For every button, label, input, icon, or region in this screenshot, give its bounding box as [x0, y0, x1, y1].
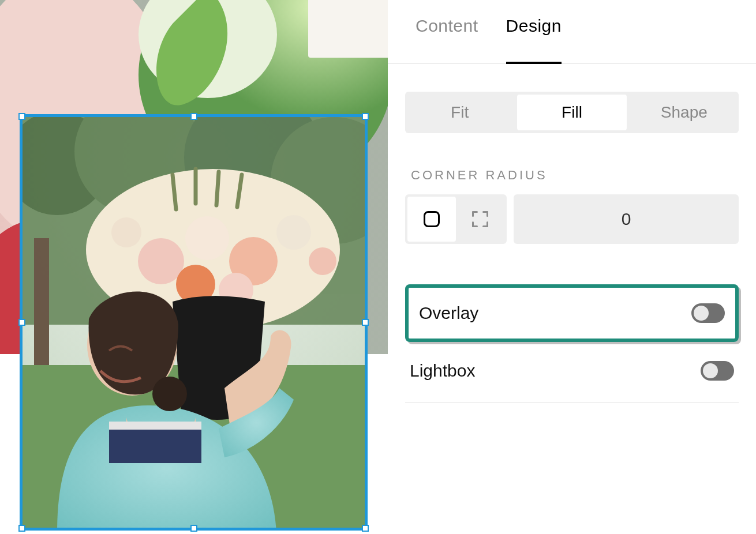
- corner-radius-independent[interactable]: [456, 197, 504, 242]
- lightbox-row: Lightbox: [405, 345, 739, 396]
- fit-mode-fill[interactable]: Fill: [517, 95, 626, 130]
- resize-handle-top-right[interactable]: [362, 113, 369, 120]
- editor-canvas[interactable]: [0, 0, 388, 534]
- svg-rect-26: [109, 422, 201, 430]
- svg-rect-25: [109, 428, 201, 463]
- corner-radius-value[interactable]: 0: [514, 194, 739, 244]
- overlay-toggle[interactable]: [691, 303, 725, 323]
- tab-design[interactable]: Design: [506, 16, 562, 63]
- resize-handle-top-middle[interactable]: [190, 113, 197, 120]
- corner-radius-label: Corner Radius: [411, 168, 739, 183]
- overlay-row: Overlay: [414, 288, 729, 339]
- section-divider: [405, 402, 739, 403]
- corner-radius-linked[interactable]: [407, 197, 456, 242]
- tab-content[interactable]: Content: [416, 16, 478, 63]
- overlay-label: Overlay: [419, 303, 478, 323]
- resize-handle-bottom-left[interactable]: [18, 525, 25, 532]
- fit-mode-fit[interactable]: Fit: [405, 92, 514, 133]
- independent-corners-icon: [472, 211, 488, 227]
- corner-radius-mode: [405, 194, 507, 244]
- overlay-highlight: Overlay: [405, 284, 739, 342]
- resize-handle-bottom-right[interactable]: [362, 525, 369, 532]
- resize-handle-middle-left[interactable]: [18, 319, 25, 326]
- resize-handle-top-left[interactable]: [18, 113, 25, 120]
- canvas-card: [308, 0, 388, 58]
- lightbox-toggle[interactable]: [701, 361, 734, 381]
- fit-mode-shape[interactable]: Shape: [630, 92, 739, 133]
- design-panel: Content Design Fit Fill Shape Corner Rad…: [388, 0, 756, 534]
- rounded-square-icon: [424, 211, 440, 227]
- svg-rect-13: [23, 365, 365, 528]
- panel-tabs: Content Design: [388, 0, 756, 64]
- resize-handle-bottom-middle[interactable]: [190, 525, 197, 532]
- lightbox-label: Lightbox: [410, 361, 475, 381]
- svg-point-24: [152, 377, 187, 411]
- fit-mode-segmented: Fit Fill Shape: [405, 92, 739, 133]
- resize-handle-middle-right[interactable]: [362, 319, 369, 326]
